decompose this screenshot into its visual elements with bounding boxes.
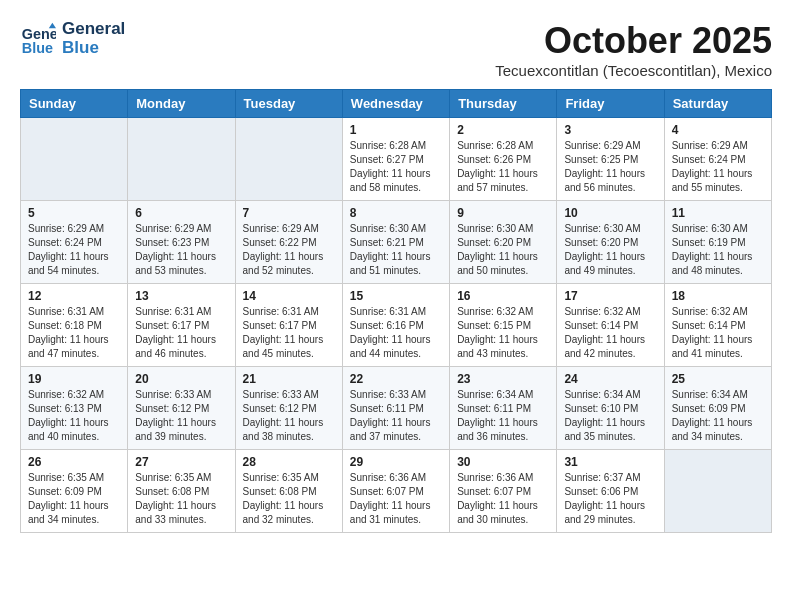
day-info: Sunrise: 6:36 AM Sunset: 6:07 PM Dayligh… xyxy=(350,471,442,527)
day-info: Sunrise: 6:35 AM Sunset: 6:08 PM Dayligh… xyxy=(135,471,227,527)
day-info: Sunrise: 6:28 AM Sunset: 6:27 PM Dayligh… xyxy=(350,139,442,195)
day-info: Sunrise: 6:31 AM Sunset: 6:17 PM Dayligh… xyxy=(135,305,227,361)
weekday-header-saturday: Saturday xyxy=(664,90,771,118)
day-cell xyxy=(21,118,128,201)
day-cell: 6Sunrise: 6:29 AM Sunset: 6:23 PM Daylig… xyxy=(128,201,235,284)
weekday-header-wednesday: Wednesday xyxy=(342,90,449,118)
day-info: Sunrise: 6:35 AM Sunset: 6:08 PM Dayligh… xyxy=(243,471,335,527)
day-number: 29 xyxy=(350,455,442,469)
day-cell: 20Sunrise: 6:33 AM Sunset: 6:12 PM Dayli… xyxy=(128,367,235,450)
day-number: 8 xyxy=(350,206,442,220)
day-cell: 17Sunrise: 6:32 AM Sunset: 6:14 PM Dayli… xyxy=(557,284,664,367)
day-number: 16 xyxy=(457,289,549,303)
calendar-table: SundayMondayTuesdayWednesdayThursdayFrid… xyxy=(20,89,772,533)
day-cell: 18Sunrise: 6:32 AM Sunset: 6:14 PM Dayli… xyxy=(664,284,771,367)
svg-text:Blue: Blue xyxy=(22,39,53,55)
title-section: October 2025 Tecuexcontitlan (Tecoescont… xyxy=(495,20,772,79)
day-info: Sunrise: 6:29 AM Sunset: 6:24 PM Dayligh… xyxy=(672,139,764,195)
day-number: 27 xyxy=(135,455,227,469)
day-info: Sunrise: 6:29 AM Sunset: 6:24 PM Dayligh… xyxy=(28,222,120,278)
day-cell: 13Sunrise: 6:31 AM Sunset: 6:17 PM Dayli… xyxy=(128,284,235,367)
month-title: October 2025 xyxy=(495,20,772,62)
day-cell: 28Sunrise: 6:35 AM Sunset: 6:08 PM Dayli… xyxy=(235,450,342,533)
day-cell: 25Sunrise: 6:34 AM Sunset: 6:09 PM Dayli… xyxy=(664,367,771,450)
day-number: 26 xyxy=(28,455,120,469)
day-number: 10 xyxy=(564,206,656,220)
day-info: Sunrise: 6:34 AM Sunset: 6:09 PM Dayligh… xyxy=(672,388,764,444)
day-info: Sunrise: 6:29 AM Sunset: 6:22 PM Dayligh… xyxy=(243,222,335,278)
day-cell: 21Sunrise: 6:33 AM Sunset: 6:12 PM Dayli… xyxy=(235,367,342,450)
day-cell: 9Sunrise: 6:30 AM Sunset: 6:20 PM Daylig… xyxy=(450,201,557,284)
day-cell: 12Sunrise: 6:31 AM Sunset: 6:18 PM Dayli… xyxy=(21,284,128,367)
day-info: Sunrise: 6:31 AM Sunset: 6:17 PM Dayligh… xyxy=(243,305,335,361)
day-number: 20 xyxy=(135,372,227,386)
day-cell: 15Sunrise: 6:31 AM Sunset: 6:16 PM Dayli… xyxy=(342,284,449,367)
weekday-header-tuesday: Tuesday xyxy=(235,90,342,118)
day-cell: 11Sunrise: 6:30 AM Sunset: 6:19 PM Dayli… xyxy=(664,201,771,284)
day-number: 11 xyxy=(672,206,764,220)
day-cell: 5Sunrise: 6:29 AM Sunset: 6:24 PM Daylig… xyxy=(21,201,128,284)
day-info: Sunrise: 6:36 AM Sunset: 6:07 PM Dayligh… xyxy=(457,471,549,527)
day-cell: 29Sunrise: 6:36 AM Sunset: 6:07 PM Dayli… xyxy=(342,450,449,533)
day-info: Sunrise: 6:31 AM Sunset: 6:18 PM Dayligh… xyxy=(28,305,120,361)
logo-icon: General Blue xyxy=(20,21,56,57)
day-number: 12 xyxy=(28,289,120,303)
week-row-2: 5Sunrise: 6:29 AM Sunset: 6:24 PM Daylig… xyxy=(21,201,772,284)
day-cell: 8Sunrise: 6:30 AM Sunset: 6:21 PM Daylig… xyxy=(342,201,449,284)
day-info: Sunrise: 6:34 AM Sunset: 6:11 PM Dayligh… xyxy=(457,388,549,444)
day-number: 1 xyxy=(350,123,442,137)
day-cell: 7Sunrise: 6:29 AM Sunset: 6:22 PM Daylig… xyxy=(235,201,342,284)
day-cell: 10Sunrise: 6:30 AM Sunset: 6:20 PM Dayli… xyxy=(557,201,664,284)
day-number: 25 xyxy=(672,372,764,386)
day-number: 7 xyxy=(243,206,335,220)
day-cell xyxy=(664,450,771,533)
day-info: Sunrise: 6:29 AM Sunset: 6:23 PM Dayligh… xyxy=(135,222,227,278)
day-number: 19 xyxy=(28,372,120,386)
day-info: Sunrise: 6:31 AM Sunset: 6:16 PM Dayligh… xyxy=(350,305,442,361)
day-number: 30 xyxy=(457,455,549,469)
header: General Blue General Blue October 2025 T… xyxy=(20,20,772,79)
day-number: 31 xyxy=(564,455,656,469)
day-cell: 22Sunrise: 6:33 AM Sunset: 6:11 PM Dayli… xyxy=(342,367,449,450)
day-info: Sunrise: 6:34 AM Sunset: 6:10 PM Dayligh… xyxy=(564,388,656,444)
day-number: 21 xyxy=(243,372,335,386)
day-number: 9 xyxy=(457,206,549,220)
day-info: Sunrise: 6:37 AM Sunset: 6:06 PM Dayligh… xyxy=(564,471,656,527)
day-number: 15 xyxy=(350,289,442,303)
location-title: Tecuexcontitlan (Tecoescontitlan), Mexic… xyxy=(495,62,772,79)
week-row-4: 19Sunrise: 6:32 AM Sunset: 6:13 PM Dayli… xyxy=(21,367,772,450)
day-number: 4 xyxy=(672,123,764,137)
day-info: Sunrise: 6:33 AM Sunset: 6:11 PM Dayligh… xyxy=(350,388,442,444)
day-cell: 2Sunrise: 6:28 AM Sunset: 6:26 PM Daylig… xyxy=(450,118,557,201)
day-cell: 16Sunrise: 6:32 AM Sunset: 6:15 PM Dayli… xyxy=(450,284,557,367)
day-number: 22 xyxy=(350,372,442,386)
day-cell: 4Sunrise: 6:29 AM Sunset: 6:24 PM Daylig… xyxy=(664,118,771,201)
day-number: 17 xyxy=(564,289,656,303)
day-number: 5 xyxy=(28,206,120,220)
day-info: Sunrise: 6:33 AM Sunset: 6:12 PM Dayligh… xyxy=(135,388,227,444)
day-cell: 30Sunrise: 6:36 AM Sunset: 6:07 PM Dayli… xyxy=(450,450,557,533)
day-cell: 3Sunrise: 6:29 AM Sunset: 6:25 PM Daylig… xyxy=(557,118,664,201)
day-number: 6 xyxy=(135,206,227,220)
day-number: 28 xyxy=(243,455,335,469)
day-number: 3 xyxy=(564,123,656,137)
logo: General Blue General Blue xyxy=(20,20,125,57)
day-number: 13 xyxy=(135,289,227,303)
weekday-header-thursday: Thursday xyxy=(450,90,557,118)
day-info: Sunrise: 6:32 AM Sunset: 6:14 PM Dayligh… xyxy=(564,305,656,361)
day-info: Sunrise: 6:32 AM Sunset: 6:14 PM Dayligh… xyxy=(672,305,764,361)
day-info: Sunrise: 6:30 AM Sunset: 6:19 PM Dayligh… xyxy=(672,222,764,278)
weekday-header-monday: Monday xyxy=(128,90,235,118)
day-cell: 24Sunrise: 6:34 AM Sunset: 6:10 PM Dayli… xyxy=(557,367,664,450)
day-info: Sunrise: 6:33 AM Sunset: 6:12 PM Dayligh… xyxy=(243,388,335,444)
day-info: Sunrise: 6:30 AM Sunset: 6:20 PM Dayligh… xyxy=(564,222,656,278)
day-number: 24 xyxy=(564,372,656,386)
day-info: Sunrise: 6:28 AM Sunset: 6:26 PM Dayligh… xyxy=(457,139,549,195)
day-cell: 19Sunrise: 6:32 AM Sunset: 6:13 PM Dayli… xyxy=(21,367,128,450)
day-number: 14 xyxy=(243,289,335,303)
day-cell: 27Sunrise: 6:35 AM Sunset: 6:08 PM Dayli… xyxy=(128,450,235,533)
day-cell: 26Sunrise: 6:35 AM Sunset: 6:09 PM Dayli… xyxy=(21,450,128,533)
day-cell: 14Sunrise: 6:31 AM Sunset: 6:17 PM Dayli… xyxy=(235,284,342,367)
week-row-1: 1Sunrise: 6:28 AM Sunset: 6:27 PM Daylig… xyxy=(21,118,772,201)
day-cell: 1Sunrise: 6:28 AM Sunset: 6:27 PM Daylig… xyxy=(342,118,449,201)
